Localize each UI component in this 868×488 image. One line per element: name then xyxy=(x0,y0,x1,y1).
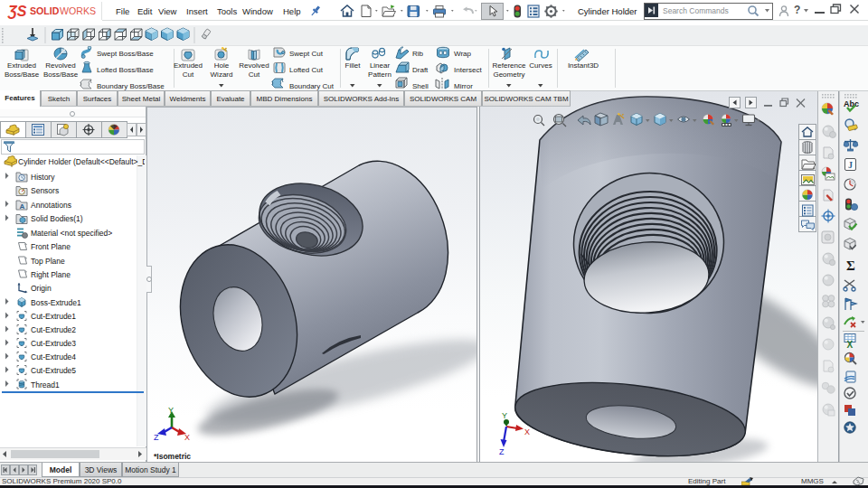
svg-text:WORKS: WORKS xyxy=(60,5,96,16)
svg-text:Hole: Hole xyxy=(214,61,230,70)
svg-text:X: X xyxy=(184,433,190,442)
svg-text:Linear: Linear xyxy=(370,61,391,70)
svg-text:Σ: Σ xyxy=(846,258,855,273)
svg-text:Z: Z xyxy=(154,433,159,442)
svg-text:Sensors: Sensors xyxy=(31,186,59,195)
svg-text:Boundary Boss/Base: Boundary Boss/Base xyxy=(97,82,165,90)
svg-text:Instant3D: Instant3D xyxy=(568,61,599,70)
svg-text:Wrap: Wrap xyxy=(454,50,472,58)
svg-text:Boss/Base: Boss/Base xyxy=(5,70,40,79)
svg-text:ƷS: ƷS xyxy=(7,4,27,19)
svg-text:Cylinder Holder (Default<<Def: Cylinder Holder (Default<<Default>_D xyxy=(18,157,145,166)
svg-text:Cut-Extrude4: Cut-Extrude4 xyxy=(31,352,76,361)
svg-text:Mirror: Mirror xyxy=(454,82,473,90)
svg-text:Cut: Cut xyxy=(249,70,260,79)
svg-text:Z: Z xyxy=(499,447,505,456)
svg-text:Cut-Extrude3: Cut-Extrude3 xyxy=(31,339,76,348)
svg-text:Abc: Abc xyxy=(844,99,859,108)
svg-text:Reference: Reference xyxy=(493,61,526,70)
svg-text:Boss/Base: Boss/Base xyxy=(43,70,79,79)
svg-text:Extruded: Extruded xyxy=(7,61,36,70)
svg-text:Draft: Draft xyxy=(412,66,429,74)
svg-text:Top Plane: Top Plane xyxy=(31,257,65,266)
svg-text:History: History xyxy=(31,173,55,182)
svg-text:A: A xyxy=(19,202,24,211)
svg-text:Cut-Extrude1: Cut-Extrude1 xyxy=(31,312,76,321)
svg-text:Lofted Cut: Lofted Cut xyxy=(289,66,324,74)
svg-text:Origin: Origin xyxy=(31,284,52,293)
svg-text:Rib: Rib xyxy=(412,50,424,58)
svg-text:Pattern: Pattern xyxy=(368,70,392,79)
svg-text:SOLID: SOLID xyxy=(30,5,60,16)
svg-text:Cut-Extrude5: Cut-Extrude5 xyxy=(31,366,76,375)
svg-text:Thread1: Thread1 xyxy=(31,380,60,389)
svg-text:J: J xyxy=(848,160,853,170)
svg-text:Front Plane: Front Plane xyxy=(31,242,71,251)
svg-text:Swept Cut: Swept Cut xyxy=(289,50,324,58)
svg-text:Annotations: Annotations xyxy=(31,201,71,210)
svg-text:Fillet: Fillet xyxy=(345,61,362,70)
svg-text:Wizard: Wizard xyxy=(211,70,233,79)
svg-text:X: X xyxy=(524,427,530,436)
svg-text:X: X xyxy=(847,340,854,350)
svg-text:Boundary Cut: Boundary Cut xyxy=(289,82,335,90)
svg-text:Revolved: Revolved xyxy=(239,61,269,70)
svg-text:Y: Y xyxy=(502,411,507,420)
svg-text:Lofted Boss/Base: Lofted Boss/Base xyxy=(97,66,154,74)
svg-text:Extruded: Extruded xyxy=(174,61,203,70)
svg-text:Solid Bodies(1): Solid Bodies(1) xyxy=(31,214,83,223)
svg-text:Cut-Extrude2: Cut-Extrude2 xyxy=(31,325,76,334)
svg-text:*Isometric: *Isometric xyxy=(154,452,191,461)
svg-text:Intersect: Intersect xyxy=(454,66,482,74)
svg-text:Cut: Cut xyxy=(183,70,194,79)
svg-text:Swept Boss/Base: Swept Boss/Base xyxy=(97,50,154,58)
svg-text:Geometry: Geometry xyxy=(493,70,524,79)
svg-text:Y: Y xyxy=(168,406,174,415)
svg-text:Curves: Curves xyxy=(529,61,552,70)
svg-text:Material <not specified>: Material <not specified> xyxy=(31,229,112,238)
svg-text:Right Plane: Right Plane xyxy=(31,270,71,279)
svg-text:Shell: Shell xyxy=(412,82,429,90)
svg-text:Boss-Extrude1: Boss-Extrude1 xyxy=(31,298,81,307)
svg-text:Revolved: Revolved xyxy=(45,61,75,70)
